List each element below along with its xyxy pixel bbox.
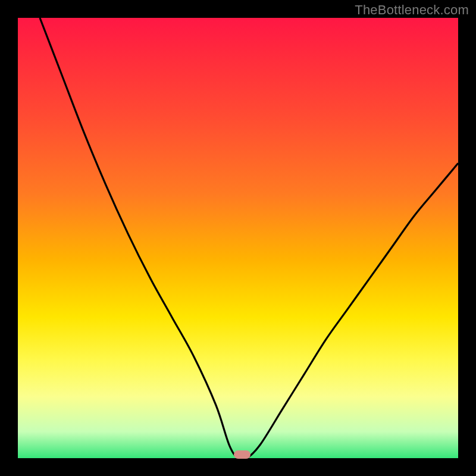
watermark-text: TheBottleneck.com: [355, 2, 469, 18]
plot-area: [18, 18, 458, 458]
bottleneck-curve: [18, 18, 458, 458]
chart-frame: TheBottleneck.com: [0, 0, 476, 476]
optimal-marker: [234, 450, 250, 459]
curve-path: [40, 18, 458, 458]
